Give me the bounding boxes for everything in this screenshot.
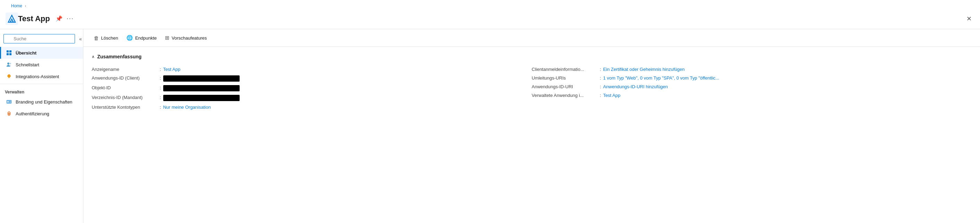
auth-icon: [6, 110, 12, 117]
value-tenantid: [163, 95, 240, 101]
link-appiduri[interactable]: Anwendungs-ID-URI hinzufügen: [603, 84, 668, 89]
redacted-objectid: [163, 85, 240, 91]
close-button[interactable]: ✕: [964, 14, 974, 24]
breadcrumb: Home ›: [6, 2, 974, 8]
delete-icon: 🗑: [94, 35, 99, 41]
branding-icon: [6, 99, 12, 105]
sidebar-item-branding[interactable]: Branding und Eigenschaften: [0, 96, 83, 108]
main-layout: 🔍 « Übersicht: [0, 29, 980, 223]
info-row-managedapp: Verwaltete Anwendung i... : Test App: [532, 91, 972, 100]
label-redirecturis: Umleitungs-URIs: [532, 75, 598, 81]
info-row-appid: Anwendungs-ID (Client) :: [92, 74, 532, 83]
value-anzeigename: Test App: [163, 67, 181, 72]
info-grid: Anzeigename : Test App Anwendungs-ID (Cl…: [92, 65, 972, 112]
svg-rect-10: [7, 101, 9, 103]
redacted-appid: [163, 75, 240, 82]
svg-rect-11: [10, 101, 11, 102]
endpoints-label: Endpunkte: [135, 35, 157, 41]
info-column-right: Clientanmeldeinformatio... : Ein Zertifi…: [532, 65, 972, 112]
search-container: 🔍 «: [0, 32, 83, 47]
value-objectid: [163, 85, 240, 91]
sidebar-item-integration[interactable]: Integrations-Assistent: [0, 70, 83, 82]
label-appid: Anwendungs-ID (Client): [92, 75, 158, 81]
people-icon: [6, 62, 12, 68]
search-wrapper: 🔍: [3, 34, 75, 43]
link-kontotypen[interactable]: Nur meine Organisation: [163, 105, 211, 110]
sidebar-item-auth[interactable]: Authentifizierung: [0, 108, 83, 119]
chevron-up-icon: ∧: [92, 54, 94, 59]
sidebar-item-overview[interactable]: Übersicht: [0, 47, 83, 59]
more-icon: ···: [67, 15, 74, 22]
info-row-kontotypen: Unterstützte Kontotypen : Nur meine Orga…: [92, 103, 532, 112]
value-clientcred: Ein Zertifikat oder Geheimnis hinzufügen: [603, 67, 685, 72]
value-redirecturis: 1 vom Typ "Web", 0 vom Typ "SPA", 0 vom …: [603, 75, 719, 81]
info-row-tenantid: Verzeichnis-ID (Mandant) :: [92, 93, 532, 103]
label-objectid: Objekt-ID: [92, 85, 158, 90]
content-area: 🗑 Löschen 🌐 Endpunkte ⊞ Vorschaufeatures…: [83, 29, 980, 223]
endpoints-button[interactable]: 🌐 Endpunkte: [123, 33, 160, 43]
label-appiduri: Anwendungs-ID-URI: [532, 84, 598, 89]
link-clientcred[interactable]: Ein Zertifikat oder Geheimnis hinzufügen: [603, 67, 685, 72]
more-options-button[interactable]: ···: [65, 14, 76, 24]
link-redirecturis[interactable]: 1 vom Typ "Web", 0 vom Typ "SPA", 0 vom …: [603, 75, 719, 81]
summary-section: ∧ Zusammenfassung Anzeigename : Test App: [83, 47, 980, 118]
app-title: Test App: [18, 14, 50, 23]
svg-rect-6: [10, 53, 11, 55]
breadcrumb-home[interactable]: Home: [11, 3, 22, 8]
toolbar: 🗑 Löschen 🌐 Endpunkte ⊞ Vorschaufeatures: [83, 29, 980, 47]
svg-point-14: [9, 113, 10, 115]
preview-button[interactable]: ⊞ Vorschaufeatures: [161, 33, 210, 43]
collapse-icon: «: [79, 36, 82, 42]
section-title: Zusammenfassung: [97, 54, 142, 59]
sidebar-item-overview-label: Übersicht: [16, 50, 37, 56]
sidebar-item-quickstart-label: Schnellstart: [16, 62, 39, 67]
svg-point-7: [7, 62, 10, 65]
search-input[interactable]: [3, 34, 75, 43]
section-header[interactable]: ∧ Zusammenfassung: [92, 54, 972, 59]
info-row-objectid: Objekt-ID :: [92, 83, 532, 93]
pin-button[interactable]: 📌: [54, 14, 65, 23]
svg-point-8: [10, 63, 11, 64]
collapse-sidebar-button[interactable]: «: [77, 35, 83, 43]
value-appiduri: Anwendungs-ID-URI hinzufügen: [603, 84, 668, 89]
rocket-icon: [6, 73, 12, 80]
preview-icon: ⊞: [165, 35, 169, 41]
sidebar-item-integration-label: Integrations-Assistent: [16, 74, 59, 79]
preview-label: Vorschaufeatures: [172, 35, 207, 41]
svg-rect-12: [10, 102, 11, 103]
top-header: Test App 📌 ··· ✕: [0, 8, 980, 29]
label-tenantid: Verzeichnis-ID (Mandant): [92, 95, 158, 100]
value-kontotypen: Nur meine Organisation: [163, 105, 211, 110]
label-kontotypen: Unterstützte Kontotypen: [92, 105, 158, 110]
sidebar-divider: [0, 84, 83, 84]
label-clientcred: Clientanmeldeinformatio...: [532, 67, 598, 72]
sidebar-item-branding-label: Branding und Eigenschaften: [16, 99, 72, 105]
label-managedapp: Verwaltete Anwendung i...: [532, 93, 598, 98]
link-managedapp[interactable]: Test App: [603, 93, 620, 98]
svg-rect-5: [6, 53, 9, 55]
svg-rect-4: [10, 50, 11, 53]
breadcrumb-separator: ›: [25, 3, 26, 8]
link-anzeigename[interactable]: Test App: [163, 67, 181, 72]
info-row-clientcred: Clientanmeldeinformatio... : Ein Zertifi…: [532, 65, 972, 74]
sidebar-section-verwalten: Verwalten: [0, 86, 83, 96]
info-column-left: Anzeigename : Test App Anwendungs-ID (Cl…: [92, 65, 532, 112]
pin-icon: 📌: [56, 15, 62, 22]
info-row-redirecturis: Umleitungs-URIs : 1 vom Typ "Web", 0 vom…: [532, 74, 972, 82]
info-row-appiduri: Anwendungs-ID-URI : Anwendungs-ID-URI hi…: [532, 82, 972, 91]
redacted-tenantid: [163, 95, 240, 101]
delete-label: Löschen: [101, 35, 118, 41]
value-appid: [163, 75, 240, 82]
close-icon: ✕: [966, 15, 972, 22]
delete-button[interactable]: 🗑 Löschen: [90, 33, 121, 43]
sidebar-item-quickstart[interactable]: Schnellstart: [0, 59, 83, 70]
endpoints-icon: 🌐: [126, 35, 133, 41]
grid-icon: [6, 50, 12, 56]
svg-rect-3: [6, 50, 9, 53]
value-managedapp: Test App: [603, 93, 620, 98]
info-row-anzeigename: Anzeigename : Test App: [92, 65, 532, 74]
app-icon: [6, 13, 18, 25]
label-anzeigename: Anzeigename: [92, 67, 158, 72]
sidebar-item-auth-label: Authentifizierung: [16, 111, 49, 116]
sidebar: 🔍 « Übersicht: [0, 29, 83, 223]
